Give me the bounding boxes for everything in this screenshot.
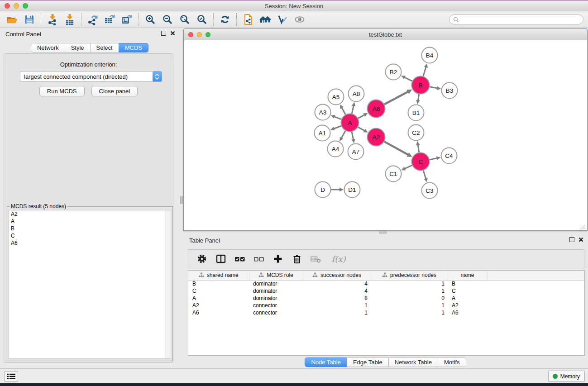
- graph-edge[interactable]: [352, 132, 354, 139]
- table-cell[interactable]: A2: [448, 302, 487, 309]
- graph-edge[interactable]: [334, 126, 341, 129]
- function-builder-button[interactable]: f(x): [329, 252, 349, 266]
- tab-edge-table[interactable]: Edge Table: [347, 357, 389, 367]
- result-list-item[interactable]: B: [9, 225, 171, 232]
- tab-select[interactable]: Select: [90, 43, 119, 52]
- tab-mcds[interactable]: MCDS: [119, 43, 148, 52]
- graph-edge[interactable]: [430, 87, 437, 88]
- table-cell[interactable]: A2: [188, 302, 249, 309]
- memory-button[interactable]: Memory: [548, 371, 585, 382]
- float-table-panel-icon[interactable]: [569, 237, 574, 242]
- table-cell[interactable]: A6: [188, 309, 249, 316]
- table-cell[interactable]: 4: [303, 287, 371, 295]
- graph-edge[interactable]: [358, 127, 365, 131]
- horizontal-divider-handle[interactable]: [379, 231, 387, 234]
- delete-columns-button[interactable]: [291, 252, 303, 266]
- zoom-in-button[interactable]: [142, 12, 159, 27]
- show-hide-panels-button[interactable]: [257, 12, 274, 27]
- table-cell[interactable]: C: [448, 287, 487, 295]
- export-image-button[interactable]: [119, 12, 136, 27]
- graph-edge[interactable]: [352, 105, 354, 114]
- column-header-shared-name[interactable]: shared name: [188, 271, 249, 280]
- graph-edge[interactable]: [418, 145, 419, 152]
- result-list-item[interactable]: C: [9, 232, 171, 239]
- graph-edge[interactable]: [358, 115, 364, 119]
- open-session-button[interactable]: [4, 12, 21, 27]
- table-row[interactable]: A2connector11A2: [188, 302, 584, 309]
- table-cell[interactable]: dominator: [249, 280, 303, 287]
- graph-edge[interactable]: [341, 131, 345, 138]
- run-mcds-button[interactable]: Run MCDS: [39, 86, 85, 96]
- search-input[interactable]: [461, 15, 583, 24]
- table-cell[interactable]: connector: [249, 302, 303, 309]
- graph-edge[interactable]: [384, 92, 408, 105]
- tab-motifs[interactable]: Motifs: [438, 357, 466, 367]
- result-list-item[interactable]: A2: [9, 210, 171, 218]
- search-field[interactable]: [449, 14, 583, 24]
- zoom-out-button[interactable]: [159, 12, 176, 27]
- unselect-all-columns-button[interactable]: [253, 252, 265, 266]
- table-cell[interactable]: A6: [448, 309, 487, 316]
- table-row[interactable]: Bdominator41B: [188, 280, 584, 287]
- export-table-button[interactable]: [101, 12, 119, 27]
- tab-network[interactable]: Network: [31, 43, 65, 52]
- table-cell[interactable]: 0: [371, 295, 448, 302]
- refresh-view-button[interactable]: [216, 12, 234, 27]
- graph-edge[interactable]: [423, 171, 426, 179]
- table-cell[interactable]: dominator: [249, 287, 303, 295]
- close-panel-button[interactable]: Close panel: [91, 86, 138, 96]
- vertical-divider-handle[interactable]: [180, 196, 183, 204]
- table-cell[interactable]: A: [188, 295, 249, 302]
- task-history-button[interactable]: [5, 371, 18, 382]
- table-cell[interactable]: dominator: [249, 295, 303, 302]
- table-options-button[interactable]: [196, 252, 208, 266]
- table-cell[interactable]: 1: [371, 309, 448, 316]
- column-header-mcds-role[interactable]: MCDS role: [249, 271, 303, 280]
- table-cell[interactable]: 4: [303, 280, 371, 287]
- float-panel-icon[interactable]: [161, 31, 166, 36]
- import-network-button[interactable]: [44, 12, 61, 27]
- table-cell[interactable]: 1: [371, 302, 448, 309]
- create-column-button[interactable]: [272, 252, 284, 266]
- delete-table-button[interactable]: [310, 252, 322, 266]
- table-cell[interactable]: A: [448, 295, 487, 302]
- resize-grip-icon[interactable]: [580, 224, 586, 229]
- table-cell[interactable]: connector: [249, 309, 303, 316]
- table-cell[interactable]: 1: [303, 309, 371, 316]
- mcds-result-list[interactable]: A2ABCA6: [9, 210, 171, 359]
- graph-edge[interactable]: [423, 67, 426, 76]
- graph-edge[interactable]: [342, 108, 345, 114]
- column-header-name[interactable]: name: [448, 271, 487, 280]
- import-table-button[interactable]: [61, 12, 78, 27]
- show-hide-graphics-details-button[interactable]: [291, 12, 308, 27]
- zoom-selected-button[interactable]: [193, 12, 210, 27]
- table-row[interactable]: Adominator80A: [188, 295, 584, 302]
- graph-edge[interactable]: [405, 165, 412, 169]
- table-cell[interactable]: 8: [303, 295, 371, 302]
- scrollbar-track[interactable]: [165, 210, 171, 358]
- table-cell[interactable]: C: [188, 287, 249, 295]
- show-columns-button[interactable]: [215, 252, 227, 266]
- network-window-titlebar[interactable]: testGlobe.txt: [184, 29, 587, 40]
- export-network-button[interactable]: [84, 12, 101, 27]
- graph-edge[interactable]: [384, 142, 408, 155]
- network-graph[interactable]: B4B2BB3A8A5A6A3B1AA1C2A2A4A7C4CC1DD1C3: [184, 41, 587, 230]
- graph-edge[interactable]: [418, 94, 419, 100]
- close-panel-icon[interactable]: [170, 31, 175, 36]
- close-table-panel-icon[interactable]: [578, 237, 583, 242]
- table-cell[interactable]: B: [188, 280, 249, 287]
- save-session-button[interactable]: [21, 12, 38, 27]
- network-canvas[interactable]: B4B2BB3A8A5A6A3B1AA1C2A2A4A7C4CC1DD1C3: [184, 41, 587, 230]
- tab-node-table[interactable]: Node Table: [305, 357, 347, 367]
- column-header-predecessor-nodes[interactable]: predecessor nodes: [371, 271, 448, 280]
- table-row[interactable]: Cdominator41C: [188, 287, 584, 295]
- graph-edge[interactable]: [334, 117, 341, 119]
- graph-edge[interactable]: [404, 77, 412, 81]
- style-editor-button[interactable]: [274, 12, 291, 27]
- table-cell[interactable]: 1: [371, 280, 448, 287]
- table-row[interactable]: A6connector11A6: [188, 309, 584, 316]
- result-list-item[interactable]: A6: [9, 239, 171, 247]
- select-all-columns-button[interactable]: [234, 252, 246, 266]
- column-header-successor-nodes[interactable]: successor nodes: [303, 271, 371, 280]
- graph-edge[interactable]: [430, 158, 437, 159]
